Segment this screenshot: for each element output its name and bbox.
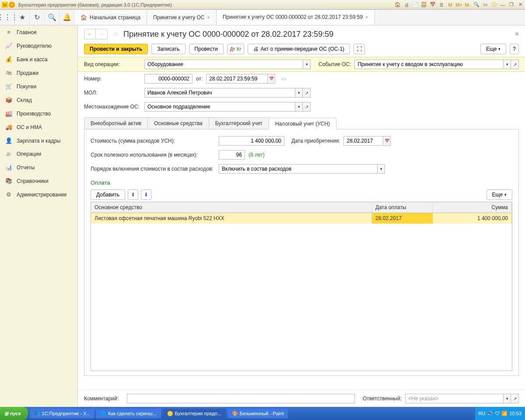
acq-date-field[interactable] (343, 136, 383, 146)
lang-indicator[interactable]: RU (479, 411, 486, 416)
event-field[interactable] (354, 60, 503, 69)
tab-home[interactable]: 🏠 Начальная страница (74, 10, 147, 25)
sidebar-item-warehouse[interactable]: 📦Склад (0, 93, 77, 107)
sidebar-item-assets[interactable]: 🚚ОС и НМА (0, 120, 77, 134)
apps-icon[interactable]: ⋮⋮⋮ (0, 10, 15, 25)
calendar-icon[interactable]: 📅 (383, 136, 391, 146)
tab-close-icon[interactable]: × (207, 15, 210, 20)
tb-icon[interactable]: ▭ (482, 2, 488, 8)
add-button[interactable]: Добавить (91, 189, 125, 200)
tb-icon[interactable]: 🖨 (403, 2, 410, 8)
taskbar-item[interactable]: 🎨Безымянный - Paint (228, 409, 288, 418)
dropdown-icon[interactable]: ▾ (503, 60, 511, 69)
form-mode-icon[interactable]: ▭ (281, 76, 286, 82)
history-icon[interactable]: ↻ (30, 10, 45, 25)
sidebar-item-reports[interactable]: 📊Отчеты (0, 161, 77, 174)
sidebar-item-hr[interactable]: 👤Зарплата и кадры (0, 134, 77, 147)
sidebar-item-operations[interactable]: ДтОперации (0, 147, 77, 161)
number-field[interactable] (144, 74, 192, 84)
open-icon[interactable]: ↗ (511, 394, 519, 403)
tb-icon[interactable]: 🔍 (473, 2, 480, 8)
tb-icon[interactable]: 📄 (412, 2, 418, 8)
open-icon[interactable]: ↗ (303, 88, 311, 98)
taskbar-item[interactable]: 🟡Бухгалтерия предп... (163, 409, 226, 418)
structure-button[interactable]: ⛶ (354, 44, 365, 54)
tray-icon[interactable]: 🛡 (495, 411, 500, 416)
open-icon[interactable]: ↗ (303, 102, 311, 112)
nav-forward-icon[interactable]: → (96, 29, 107, 39)
open-icon[interactable]: ↗ (511, 60, 519, 69)
taskbar-item[interactable]: 📘1С:Предприятие - У... (30, 409, 94, 418)
tb-icon[interactable]: M- (465, 2, 471, 8)
life-field[interactable] (219, 150, 245, 160)
move-down-button[interactable]: ⬇ (141, 189, 151, 200)
tab-doc-list[interactable]: Принятие к учету ОС × (147, 10, 217, 25)
tb-icon[interactable]: 🏠 (395, 2, 401, 8)
calendar-icon[interactable]: 📅 (267, 74, 275, 84)
col-date[interactable]: Дата оплаты (372, 202, 433, 213)
tab-tax-usn[interactable]: Налоговый учет (УСН) (269, 118, 336, 130)
taskbar-item[interactable]: 🌐Как сделать скринш... (96, 409, 161, 418)
sidebar-item-main[interactable]: ≡Главное (0, 25, 77, 39)
sidebar-item-refs[interactable]: 📚Справочники (0, 174, 77, 188)
sidebar-item-production[interactable]: 🏭Производство (0, 107, 77, 120)
location-field[interactable] (144, 102, 295, 112)
favorite-star-icon[interactable]: ☆ (112, 29, 119, 39)
mol-field[interactable] (144, 88, 295, 98)
minimize-icon[interactable]: — (500, 2, 506, 8)
dt-kt-button[interactable]: ДтКт (227, 44, 245, 54)
help-button[interactable]: ? (510, 44, 519, 54)
nav-back-icon[interactable]: ← (84, 29, 96, 39)
responsible-field[interactable] (405, 394, 503, 403)
tray-clock[interactable]: 10:53 (509, 411, 522, 416)
dropdown-icon[interactable]: ▾ (295, 88, 303, 98)
sidebar-item-bank[interactable]: 💰Банк и касса (0, 52, 77, 66)
life-hint[interactable]: (8 лет) (248, 152, 265, 158)
tray-icon[interactable]: 📶 (501, 411, 508, 416)
sidebar-item-purchases[interactable]: 🛒Покупки (0, 80, 77, 93)
help-icon[interactable]: ⓘ (491, 2, 497, 8)
tab-doc-current[interactable]: Принятие к учету ОС 0000-000002 от 28.02… (217, 10, 375, 25)
tb-icon[interactable]: M (447, 2, 453, 8)
tb-icon[interactable]: 🗓 (438, 2, 444, 8)
dropdown-icon[interactable]: ▾ (377, 164, 385, 174)
tray-icon[interactable]: 🔊 (487, 411, 493, 416)
order-field[interactable] (219, 164, 377, 174)
post-button[interactable]: Провести (189, 44, 224, 54)
close-doc-icon[interactable]: × (515, 30, 519, 38)
tab-accounting[interactable]: Бухгалтерский учет (209, 117, 269, 129)
grid-row[interactable]: Листовая офсетная печатная машина Ryobi … (91, 213, 512, 224)
print-act-button[interactable]: 🖨Акт о приеме-передаче ОС (ОС-1) (248, 44, 350, 54)
dropdown-icon[interactable]: ▾ (503, 394, 511, 403)
op-type-field[interactable] (144, 60, 303, 69)
bell-icon[interactable]: 🔔 (60, 10, 74, 25)
comment-field[interactable] (127, 394, 355, 403)
tab-noncurrent[interactable]: Внеоборотный актив (84, 117, 148, 129)
close-icon[interactable]: ✕ (517, 2, 523, 8)
col-sum[interactable]: Сумма (433, 202, 512, 213)
start-button[interactable]: ⊞пуск (0, 407, 28, 420)
post-and-close-button[interactable]: Провести и закрыть (84, 44, 148, 54)
sidebar-item-sales[interactable]: 🛍Продажи (0, 66, 77, 80)
tab-fixed-assets[interactable]: Основные средства (147, 117, 209, 129)
titlebar-dropdown-icon[interactable]: ▾ (9, 2, 15, 8)
sidebar-item-admin[interactable]: ⚙Администрирование (0, 188, 77, 201)
maximize-icon[interactable]: ❐ (508, 2, 514, 8)
sidebar-item-manager[interactable]: 📈Руководителю (0, 39, 77, 52)
tab-close-icon[interactable]: × (365, 14, 368, 20)
search-icon[interactable]: 🔍 (45, 10, 60, 25)
cost-field[interactable] (219, 136, 284, 146)
tb-icon[interactable]: M+ (456, 2, 462, 8)
write-button[interactable]: Записать (151, 44, 185, 54)
tb-icon[interactable]: 🧮 (421, 2, 427, 8)
move-up-button[interactable]: ⬆ (128, 189, 138, 200)
star-icon[interactable]: ★ (15, 10, 30, 25)
more-button[interactable]: Еще▾ (480, 44, 506, 54)
table-more-button[interactable]: Еще▾ (486, 189, 512, 200)
col-name[interactable]: Основное средство (91, 202, 372, 213)
dropdown-icon[interactable]: ▾ (295, 102, 303, 112)
dropdown-icon[interactable]: ▾ (303, 60, 311, 69)
system-tray[interactable]: RU 🔊 🛡 📶 10:53 (475, 407, 525, 420)
tb-icon[interactable]: 📅 (430, 2, 436, 8)
date-field[interactable] (206, 74, 267, 84)
